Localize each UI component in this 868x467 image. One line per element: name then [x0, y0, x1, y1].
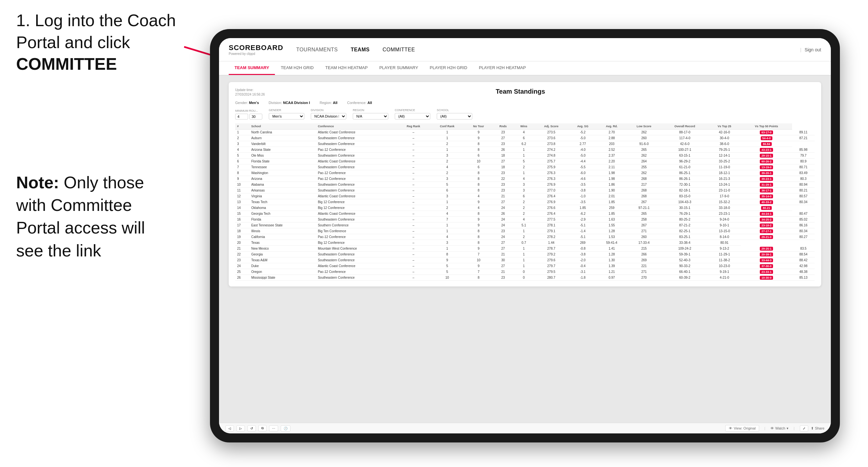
cell-2-0: 3 [235, 141, 249, 147]
cell-21-14: 20-39-1 [741, 252, 792, 257]
region-control-label: Region [353, 108, 388, 112]
school-control-label: School [437, 108, 472, 112]
cell-22-4: 9 [430, 257, 465, 263]
cell-15-13: 9-24-0 [708, 217, 741, 222]
col-wins: Wins [514, 123, 534, 129]
sub-nav-player-h2h-grid[interactable]: PLAYER H2H GRID [424, 61, 473, 75]
cell-21-13: 11-29-1 [708, 252, 741, 257]
sub-nav-player-summary[interactable]: PLAYER SUMMARY [373, 61, 424, 75]
cell-11-5: 4 [465, 193, 493, 199]
cell-16-4: 1 [430, 222, 465, 228]
cell-6-3: – [397, 164, 430, 170]
cell-15-2: Southeastern Conference [316, 217, 397, 222]
tablet-frame: SCOREBOARD Powered by clippd TOURNAMENTS… [210, 29, 840, 442]
cell-5-6: 27 [493, 159, 514, 164]
toolbar-btn-more[interactable]: ⋯ [269, 425, 278, 432]
cell-10-10: 1.90 [597, 188, 626, 193]
cell-20-10: 1.41 [597, 246, 626, 252]
cell-17-15: 80.34 [792, 228, 815, 234]
cell-25-12: 60-39-2 [661, 275, 708, 281]
cell-5-7: 5 [514, 159, 534, 164]
cell-1-10: 2.88 [597, 135, 626, 141]
cell-0-4: 1 [430, 129, 465, 135]
cell-17-0: 18 [235, 228, 249, 234]
table-row: 11ArkansasSoutheastern Conference–682332… [235, 188, 815, 193]
cell-24-15: 48.38 [792, 269, 815, 275]
toolbar-btn-copy[interactable]: ⧉ [258, 425, 267, 432]
division-select[interactable]: NCAA Division I [311, 113, 346, 120]
cell-10-1: Arkansas [249, 188, 316, 193]
nav-divider: | [800, 47, 802, 52]
cell-4-15: 79.7 [792, 153, 815, 159]
min-rounds-input[interactable] [235, 114, 248, 120]
toolbar-btn-refresh[interactable]: ↺ [247, 425, 256, 432]
share-btn[interactable]: ⬆ Share [811, 426, 825, 431]
toolbar-btn-back[interactable]: ◁ [225, 425, 234, 432]
conference-select[interactable]: (All) [395, 113, 430, 120]
cell-8-1: Arizona [249, 176, 316, 182]
toolbar-btn-time[interactable]: 🕐 [281, 425, 290, 432]
share-label: Share [815, 426, 825, 430]
cell-4-13: 12-14-1 [708, 153, 741, 159]
cell-7-11: 262 [626, 170, 661, 176]
min-rounds-max-input[interactable] [249, 114, 262, 120]
watch-icon: 👁 [770, 426, 774, 430]
cell-19-4: 3 [430, 240, 465, 246]
cell-9-11: 217 [626, 182, 661, 188]
cell-2-3: – [397, 141, 430, 147]
expand-btn[interactable]: ⤢ [800, 425, 808, 432]
cell-13-13: 33-18-0 [708, 205, 741, 211]
cell-14-8: 276.4 [534, 211, 568, 217]
table-row: 4Arizona StatePac-12 Conference–18261274… [235, 147, 815, 153]
cell-17-13: 13-15-0 [708, 228, 741, 234]
sub-nav-team-h2h-heatmap[interactable]: TEAM H2H HEATMAP [319, 61, 373, 75]
cell-14-13: 23-23-1 [708, 211, 741, 217]
cell-21-12: 59-39-1 [661, 252, 708, 257]
cell-14-4: 4 [430, 211, 465, 217]
cell-4-7: 1 [514, 153, 534, 159]
cell-4-0: 5 [235, 153, 249, 159]
view-original-btn[interactable]: 👁 View: Original [725, 425, 759, 432]
cell-9-5: 8 [465, 182, 493, 188]
cell-4-5: 6 [465, 153, 493, 159]
toolbar-btn-forward[interactable]: ▷ [237, 425, 245, 432]
cell-20-14: 29-25-1 [741, 246, 792, 252]
table-row: 5Ole MissSoutheastern Conference–3618127… [235, 153, 815, 159]
watch-btn[interactable]: 👁 Watch ▾ [770, 426, 788, 431]
cell-17-8: 279.1 [534, 228, 568, 234]
nav-tournaments[interactable]: TOURNAMENTS [296, 45, 338, 54]
cell-9-1: Alabama [249, 182, 316, 188]
controls-row: Minimum Rou... Gender Men's [235, 108, 815, 120]
cell-17-9: -1.4 [568, 228, 597, 234]
gender-select[interactable]: Men's [269, 113, 304, 120]
cell-5-10: 2.20 [597, 159, 626, 164]
gender-label: Gender: [235, 101, 248, 105]
sub-nav-team-h2h-grid[interactable]: TEAM H2H GRID [275, 61, 319, 75]
col-overall: Overall Record [661, 123, 708, 129]
cell-10-7: 3 [514, 188, 534, 193]
sub-nav-player-h2h-heatmap[interactable]: PLAYER H2H HEATMAP [473, 61, 531, 75]
cell-20-5: 9 [465, 246, 493, 252]
cell-22-10: 1.30 [597, 257, 626, 263]
school-select[interactable]: (All) [437, 113, 472, 120]
sub-nav-team-summary[interactable]: TEAM SUMMARY [229, 61, 275, 75]
region-select[interactable]: N/A [353, 113, 388, 120]
region-filter: Region: All [320, 101, 338, 105]
cell-14-2: Atlantic Coast Conference [316, 211, 397, 217]
nav-teams[interactable]: TEAMS [351, 45, 370, 54]
note-area: Note: Only those with Committee Portal a… [16, 171, 171, 262]
nav-committee[interactable]: COMMITTEE [382, 45, 415, 54]
cell-14-7: 2 [514, 211, 534, 217]
cell-21-10: 1.28 [597, 252, 626, 257]
cell-18-4: 4 [430, 234, 465, 240]
table-container: # School Conference Reg Rank Conf Rank N… [235, 123, 815, 281]
sign-out-link[interactable]: Sign out [805, 47, 821, 52]
cell-21-1: Georgia [249, 252, 316, 257]
cell-10-8: 277.0 [534, 188, 568, 193]
cell-20-1: New Mexico [249, 246, 316, 252]
cell-11-8: 276.4 [534, 193, 568, 199]
view-original-label: View: Original [734, 426, 755, 430]
card-header: Update time: 27/03/2024 16:56:26 Team St… [235, 88, 815, 97]
cell-19-5: 8 [465, 240, 493, 246]
cell-5-11: 264 [626, 159, 661, 164]
